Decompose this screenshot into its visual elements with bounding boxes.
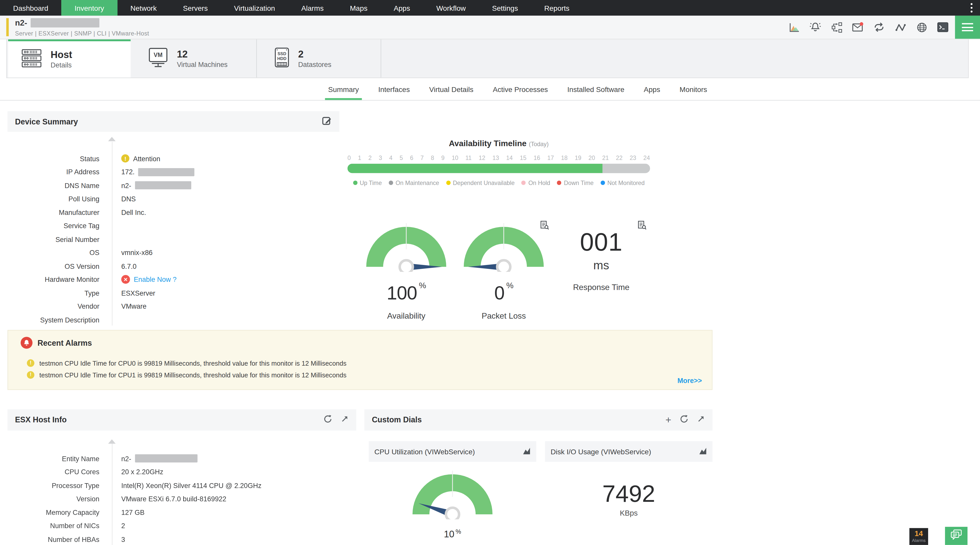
subtab-monitors[interactable]: Monitors: [679, 78, 707, 100]
alarm-count-badge[interactable]: 14 Alarms: [910, 528, 928, 545]
packet-loss-gauge: 0% Packet Loss: [455, 216, 553, 321]
timeline-segment-remaining: [603, 164, 650, 173]
activity-icon[interactable]: [894, 21, 906, 33]
kebab-menu-icon[interactable]: [963, 0, 980, 16]
response-time-value: 001: [552, 228, 650, 256]
sync-loop-icon[interactable]: [873, 21, 885, 33]
alarm-count-label: Alarms: [910, 538, 928, 543]
subtab-installed-software[interactable]: Installed Software: [567, 78, 625, 100]
subtab-apps[interactable]: Apps: [644, 78, 660, 100]
device-title-bar: n2- Server | ESXServer | SNMP | CLI | VM…: [0, 16, 980, 39]
nav-item-dashboard[interactable]: Dashboard: [0, 0, 61, 16]
alarm-bell-icon[interactable]: [809, 21, 821, 33]
refresh-icon[interactable]: [679, 414, 689, 426]
nav-item-reports[interactable]: Reports: [531, 0, 582, 16]
custom-dials-panel: Custom Dials + CPU Utilization (VIWebSer…: [364, 409, 713, 539]
workflow-icon[interactable]: [830, 21, 842, 33]
nav-item-servers[interactable]: Servers: [170, 0, 221, 16]
hour-label: 4: [389, 154, 393, 161]
redacted-value: [138, 168, 195, 176]
field-row-ip: IP Address 172.: [7, 165, 339, 179]
nav-item-alarms[interactable]: Alarms: [288, 0, 337, 16]
hour-label: 1: [358, 154, 361, 161]
expand-icon[interactable]: [340, 415, 349, 426]
edit-icon[interactable]: [322, 115, 332, 128]
refresh-icon[interactable]: [323, 414, 332, 426]
hour-label: 13: [492, 154, 499, 161]
field-row-memory-capacity: Memory Capacity 127 GB: [7, 506, 356, 519]
disk-io-value: 7492: [545, 481, 713, 507]
hour-label: 11: [465, 154, 471, 161]
nav-item-inventory[interactable]: Inventory: [61, 0, 117, 16]
legend-not-monitored: Not Monitored: [601, 180, 645, 186]
alarm-bell-badge-icon: [21, 337, 32, 348]
field-row-version: Version VMware ESXi 6.7.0 build-8169922: [7, 492, 356, 506]
terminal-icon[interactable]: [937, 21, 948, 33]
tab-host-details[interactable]: Host Details: [8, 39, 130, 78]
alarms-more-link[interactable]: More>>: [678, 377, 702, 384]
scroll-up-icon[interactable]: [108, 439, 116, 443]
subtab-interfaces[interactable]: Interfaces: [378, 78, 410, 100]
server-icon: [21, 48, 43, 71]
add-dial-icon[interactable]: +: [665, 415, 671, 424]
subtab-virtual-details[interactable]: Virtual Details: [429, 78, 474, 100]
report-icon[interactable]: [540, 221, 549, 232]
timeline-period: (Today): [529, 141, 549, 148]
hamburger-menu-icon[interactable]: [955, 16, 980, 38]
tab-virtual-machines[interactable]: VM 12 Virtual Machines: [130, 39, 257, 78]
device-summary-fields: Status !Attention IP Address 172. DNS Na…: [7, 132, 339, 326]
status-accent-bar: [6, 18, 9, 36]
vm-monitor-icon: VM: [147, 46, 169, 70]
hour-label: 2: [368, 154, 372, 161]
field-row-os: OS vmnix-x86: [7, 246, 339, 259]
tab-datastores-count: 2: [298, 48, 331, 60]
hour-label: 14: [506, 154, 513, 161]
custom-dials-row: CPU Utilization (VIWebService) 10% Disk …: [364, 441, 713, 539]
enable-now-link[interactable]: Enable Now ?: [134, 276, 177, 283]
nav-item-virtualization[interactable]: Virtualization: [221, 0, 288, 16]
packet-loss-label: Packet Loss: [455, 311, 553, 321]
field-row-vendor: Vendor VMware: [7, 300, 339, 313]
hour-label: 23: [630, 154, 636, 161]
nav-item-network[interactable]: Network: [117, 0, 170, 16]
opmanager-app: Dashboard Inventory Network Servers Virt…: [0, 0, 980, 545]
alarm-row[interactable]: ! testmon CPU Idle Time for CPU1 is 9981…: [27, 369, 712, 380]
nav-item-settings[interactable]: Settings: [479, 0, 531, 16]
device-summary-title: Device Summary: [15, 117, 322, 126]
tab-datastores[interactable]: SSDHDD 2 Datastores: [257, 39, 381, 78]
alarm-row[interactable]: ! testmon CPU Idle Time for CPU0 is 9981…: [27, 357, 712, 369]
hour-label: 3: [379, 154, 382, 161]
redacted-device-name: [30, 18, 99, 28]
nav-item-workflow[interactable]: Workflow: [423, 0, 479, 16]
nav-item-apps[interactable]: Apps: [380, 0, 423, 16]
expand-icon[interactable]: [697, 415, 705, 426]
area-chart-icon[interactable]: [698, 446, 707, 457]
nav-item-maps[interactable]: Maps: [337, 0, 381, 16]
subtab-active-processes[interactable]: Active Processes: [493, 78, 548, 100]
area-chart-icon[interactable]: [523, 446, 531, 457]
scroll-up-icon[interactable]: [108, 137, 116, 141]
timeline-bar[interactable]: [348, 164, 650, 173]
globe-icon[interactable]: [916, 21, 928, 33]
subtab-summary[interactable]: Summary: [328, 78, 359, 100]
tab-host-title: Host: [51, 49, 72, 60]
legend-on-hold: On Hold: [522, 180, 550, 186]
performance-chart-icon[interactable]: [788, 21, 800, 33]
custom-dials-title: Custom Dials: [372, 415, 665, 424]
device-toolbar: [788, 16, 949, 38]
warning-icon: !: [27, 371, 34, 378]
chat-button[interactable]: [945, 527, 967, 545]
esx-host-info-panel: ESX Host Info Entity Name n2- CPU Cores …: [7, 409, 356, 545]
hour-label: 7: [420, 154, 424, 161]
email-icon[interactable]: [852, 21, 864, 33]
legend-down-time: Down Time: [557, 180, 593, 186]
availability-value: 100%: [358, 281, 455, 303]
availability-timeline-title: Availability Timeline (Today): [348, 139, 650, 148]
legend-on-maintenance: On Maintenance: [389, 180, 439, 186]
recent-alarms-panel: Recent Alarms ! testmon CPU Idle Time fo…: [7, 330, 713, 390]
field-row-entity-name: Entity Name n2-: [7, 452, 356, 465]
report-icon[interactable]: [638, 221, 646, 232]
response-time-widget: 001 ms Response Time: [552, 216, 650, 321]
device-name: n2-: [15, 18, 99, 28]
hour-label: 16: [534, 154, 540, 161]
